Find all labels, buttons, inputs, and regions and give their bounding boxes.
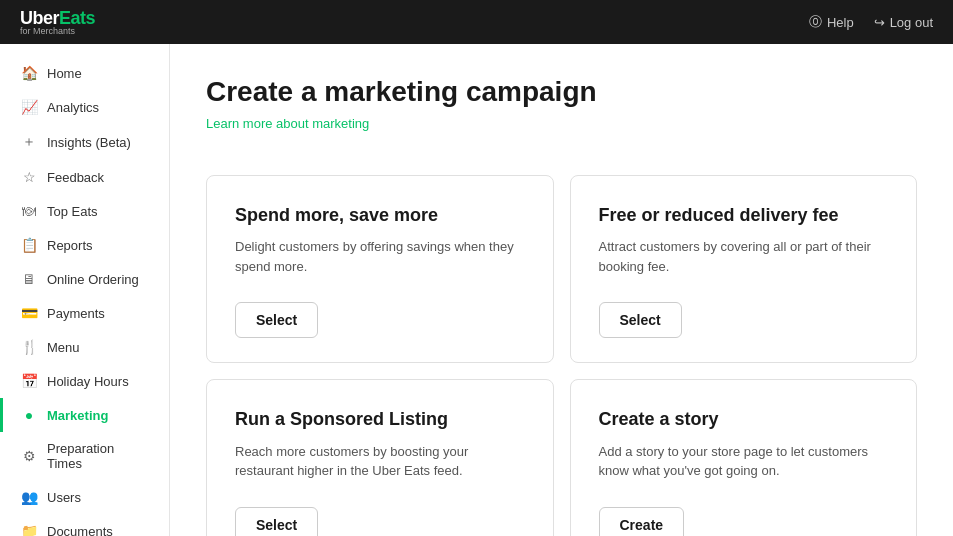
sidebar-item-menu[interactable]: 🍴 Menu (0, 330, 169, 364)
logo-merchants: for Merchants (20, 27, 95, 36)
online-ordering-icon: 🖥 (21, 271, 37, 287)
payments-icon: 💳 (21, 305, 37, 321)
select-spend-more-button[interactable]: Select (235, 302, 318, 338)
sidebar-item-users[interactable]: 👥 Users (0, 480, 169, 514)
reports-icon: 📋 (21, 237, 37, 253)
select-sponsored-listing-button[interactable]: Select (235, 507, 318, 536)
card-free-delivery: Free or reduced delivery fee Attract cus… (570, 175, 918, 363)
layout: 🏠 Home 📈 Analytics ＋ Insights (Beta) ☆ F… (0, 44, 953, 536)
learn-more-link[interactable]: Learn more about marketing (206, 116, 369, 131)
page-title: Create a marketing campaign (206, 76, 917, 108)
sidebar-item-payments[interactable]: 💳 Payments (0, 296, 169, 330)
sidebar: 🏠 Home 📈 Analytics ＋ Insights (Beta) ☆ F… (0, 44, 170, 536)
sidebar-item-holiday-hours[interactable]: 📅 Holiday Hours (0, 364, 169, 398)
sidebar-item-preparation-times[interactable]: ⚙ Preparation Times (0, 432, 169, 480)
card-sponsored-listing-desc: Reach more customers by boosting your re… (235, 442, 525, 481)
card-free-delivery-title: Free or reduced delivery fee (599, 204, 889, 227)
card-create-story: Create a story Add a story to your store… (570, 379, 918, 536)
card-create-story-title: Create a story (599, 408, 889, 431)
topnav-right: ⓪ Help ↪ Log out (809, 13, 933, 31)
card-spend-more-desc: Delight customers by offering savings wh… (235, 237, 525, 276)
preparation-times-icon: ⚙ (21, 448, 37, 464)
marketing-icon: ● (21, 407, 37, 423)
insights-icon: ＋ (21, 133, 37, 151)
top-nav: UberEats for Merchants ⓪ Help ↪ Log out (0, 0, 953, 44)
card-sponsored-listing-title: Run a Sponsored Listing (235, 408, 525, 431)
menu-icon: 🍴 (21, 339, 37, 355)
feedback-icon: ☆ (21, 169, 37, 185)
sidebar-item-insights[interactable]: ＋ Insights (Beta) (0, 124, 169, 160)
select-free-delivery-button[interactable]: Select (599, 302, 682, 338)
sidebar-item-online-ordering[interactable]: 🖥 Online Ordering (0, 262, 169, 296)
logo: UberEats for Merchants (20, 8, 95, 36)
logout-icon: ↪ (874, 15, 885, 30)
help-link[interactable]: ⓪ Help (809, 13, 854, 31)
card-create-story-desc: Add a story to your store page to let cu… (599, 442, 889, 481)
sidebar-item-top-eats[interactable]: 🍽 Top Eats (0, 194, 169, 228)
sidebar-item-home[interactable]: 🏠 Home (0, 56, 169, 90)
sidebar-item-documents[interactable]: 📁 Documents (0, 514, 169, 536)
card-free-delivery-desc: Attract customers by covering all or par… (599, 237, 889, 276)
logo-uber: UberEats (20, 8, 95, 28)
card-spend-more: Spend more, save more Delight customers … (206, 175, 554, 363)
help-icon: ⓪ (809, 13, 822, 31)
analytics-icon: 📈 (21, 99, 37, 115)
cards-grid: Spend more, save more Delight customers … (206, 175, 917, 536)
holiday-hours-icon: 📅 (21, 373, 37, 389)
main-content: Create a marketing campaign Learn more a… (170, 44, 953, 536)
create-story-button[interactable]: Create (599, 507, 685, 536)
documents-icon: 📁 (21, 523, 37, 536)
card-sponsored-listing: Run a Sponsored Listing Reach more custo… (206, 379, 554, 536)
top-eats-icon: 🍽 (21, 203, 37, 219)
sidebar-item-analytics[interactable]: 📈 Analytics (0, 90, 169, 124)
sidebar-item-reports[interactable]: 📋 Reports (0, 228, 169, 262)
home-icon: 🏠 (21, 65, 37, 81)
users-icon: 👥 (21, 489, 37, 505)
sidebar-item-marketing[interactable]: ● Marketing (0, 398, 169, 432)
card-spend-more-title: Spend more, save more (235, 204, 525, 227)
sidebar-item-feedback[interactable]: ☆ Feedback (0, 160, 169, 194)
logout-link[interactable]: ↪ Log out (874, 15, 933, 30)
